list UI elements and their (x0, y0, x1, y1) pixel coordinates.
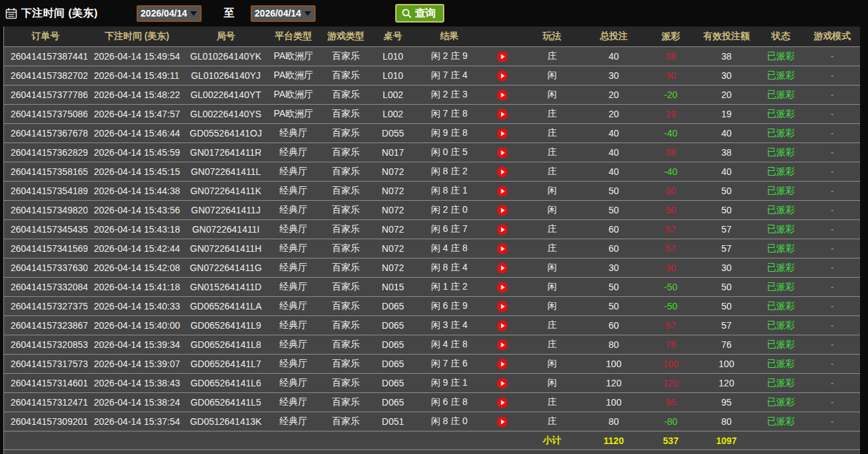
table-row: 260414157354189 2026-04-14 15:44:38 GN07… (4, 182, 860, 201)
result-cell: 闲 7 庄 6 (416, 355, 483, 374)
round-number-cell: GD055264141OJ (187, 124, 265, 143)
game-mode-cell: - (805, 374, 860, 393)
table-row: 260414157337630 2026-04-14 15:42:08 GN07… (4, 258, 860, 278)
replay-video-icon[interactable] (497, 301, 508, 312)
date-to-value: 2026/04/14 (255, 8, 301, 19)
replay-cell (483, 393, 523, 412)
platform-type-cell: PA欧洲厅 (265, 105, 322, 124)
result-cell: 闲 4 庄 8 (416, 239, 483, 258)
platform-type-cell: PA欧洲厅 (265, 66, 322, 85)
replay-cell (483, 201, 523, 220)
table-number-cell: N015 (370, 278, 416, 297)
replay-video-icon[interactable] (497, 128, 508, 139)
valid-bet-cell: 50 (696, 201, 757, 220)
replay-video-icon[interactable] (497, 282, 508, 293)
replay-video-icon[interactable] (497, 339, 508, 351)
empty-cell (4, 431, 523, 450)
replay-video-icon[interactable] (497, 166, 508, 178)
result-cell: 闲 8 庄 2 (416, 162, 483, 182)
platform-type-cell: PA欧洲厅 (265, 47, 322, 66)
date-to-select[interactable]: 2026/04/14 (251, 5, 316, 22)
chevron-down-icon (304, 11, 311, 16)
result-cell: 闲 4 庄 8 (416, 335, 483, 355)
replay-video-icon[interactable] (497, 109, 508, 120)
chevron-down-icon (190, 11, 197, 16)
result-cell: 闲 2 庄 3 (416, 85, 483, 105)
replay-video-icon[interactable] (497, 70, 508, 82)
replay-video-icon[interactable] (497, 416, 508, 427)
bet-time-cell: 2026-04-14 15:39:07 (88, 355, 187, 374)
valid-bet-cell: 19 (696, 105, 757, 124)
total-bet-cell: 100 (582, 393, 646, 412)
table-row: 260414157327375 2026-04-14 15:40:33 GD06… (4, 297, 860, 316)
total-bet-cell: 50 (582, 297, 646, 316)
order-number-cell: 260414157320853 (4, 335, 88, 355)
replay-cell (483, 66, 523, 85)
order-number-cell: 260414157314601 (4, 374, 88, 393)
replay-video-icon[interactable] (497, 224, 508, 235)
total-bet-cell: 50 (582, 182, 646, 201)
status-badge: 已派彩 (757, 278, 805, 297)
table-number-cell: D065 (370, 335, 416, 355)
replay-cell (483, 412, 523, 431)
order-number-cell: 260414157309201 (4, 412, 88, 431)
table-number-cell: D065 (370, 316, 416, 335)
replay-video-icon[interactable] (497, 397, 508, 408)
total-bet-cell: 40 (582, 47, 646, 66)
replay-video-icon[interactable] (497, 147, 508, 158)
result-cell: 闲 9 庄 8 (416, 124, 483, 143)
table-row: 260414157312471 2026-04-14 15:38:24 GD06… (4, 393, 860, 412)
valid-bet-cell: 40 (696, 124, 757, 143)
date-from-select[interactable]: 2026/04/14 (137, 5, 202, 22)
valid-bet-cell: 57 (696, 316, 757, 335)
play-type-cell: 闲 (523, 182, 582, 201)
table-number-cell: D065 (370, 355, 416, 374)
total-bet-cell: 60 (582, 239, 646, 258)
replay-video-icon[interactable] (497, 359, 508, 370)
game-mode-cell: - (805, 393, 860, 412)
round-number-cell: GD065264141L9 (187, 316, 265, 335)
platform-type-cell: 经典厅 (265, 278, 322, 297)
replay-video-icon[interactable] (497, 89, 508, 101)
table-number-cell: L010 (370, 47, 416, 66)
game-mode-cell: - (805, 66, 860, 85)
bet-time-cell: 2026-04-14 15:47:57 (88, 105, 187, 124)
table-number-cell: N072 (370, 162, 416, 182)
valid-bet-cell: 50 (696, 182, 757, 201)
order-number-cell: 260414157341569 (4, 239, 88, 258)
status-badge: 已派彩 (757, 220, 805, 239)
total-bet-cell: 30 (582, 258, 646, 278)
game-type-cell: 百家乐 (322, 201, 370, 220)
total-bet-cell: 50 (582, 278, 646, 297)
table-row: 260414157382702 2026-04-14 15:49:11 GL01… (4, 66, 860, 85)
table-header: 订单号 下注时间 (美东) 局号 平台类型 游戏类型 桌号 结果 玩法 总投注 … (4, 27, 860, 47)
replay-video-icon[interactable] (497, 243, 508, 255)
replay-video-icon[interactable] (497, 205, 508, 216)
subtotal-valid-bet: 1097 (696, 431, 757, 450)
round-number-cell: GD0512641413K (187, 412, 265, 431)
replay-video-icon[interactable] (497, 186, 508, 197)
replay-video-icon[interactable] (497, 378, 508, 389)
toolbar: 下注时间 (美东) 2026/04/14 至 2026/04/14 查询 (0, 0, 868, 27)
result-cell: 闲 6 庄 8 (416, 393, 483, 412)
order-number-cell: 260414157337630 (4, 258, 88, 278)
col-bet-time: 下注时间 (美东) (88, 27, 187, 47)
payout-cell: 100 (646, 355, 696, 374)
table-number-cell: N072 (370, 182, 416, 201)
search-button[interactable]: 查询 (395, 4, 444, 23)
status-badge: 已派彩 (757, 335, 805, 355)
platform-type-cell: 经典厅 (265, 355, 322, 374)
replay-video-icon[interactable] (497, 320, 508, 331)
payout-cell: -40 (646, 162, 696, 182)
platform-type-cell: 经典厅 (265, 316, 322, 335)
payout-cell: -50 (646, 297, 696, 316)
replay-video-icon[interactable] (497, 262, 508, 274)
payout-cell: 76 (646, 335, 696, 355)
result-cell: 闲 7 庄 4 (416, 66, 483, 85)
total-valid-bet: 1116 (696, 450, 757, 454)
game-type-cell: 百家乐 (322, 335, 370, 355)
replay-video-icon[interactable] (497, 51, 508, 62)
table-number-cell: N072 (370, 258, 416, 278)
platform-type-cell: 经典厅 (265, 220, 322, 239)
game-type-cell: 百家乐 (322, 162, 370, 182)
